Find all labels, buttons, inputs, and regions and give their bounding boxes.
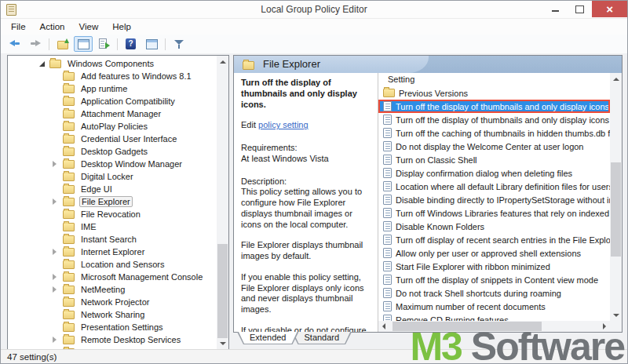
- settings-row[interactable]: Location where all default Library defin…: [378, 180, 610, 193]
- folder-icon: [63, 185, 75, 194]
- expand-arrow-icon[interactable]: [53, 337, 63, 343]
- folder-icon: [63, 122, 75, 131]
- export-list-button[interactable]: [94, 36, 113, 52]
- tree-item[interactable]: Edge UI: [8, 183, 217, 195]
- policy-setting-link[interactable]: policy setting: [258, 120, 309, 129]
- tree-item[interactable]: Microsoft Management Console: [8, 271, 217, 283]
- settings-row[interactable]: Turn off the display of snippets in Cont…: [378, 273, 610, 286]
- filter-button[interactable]: [170, 36, 188, 52]
- tree-item[interactable]: Application Compatibility: [8, 95, 217, 107]
- settings-row-label: Turn off display of recent search entrie…: [396, 235, 610, 245]
- window-title: Local Group Policy Editor: [1, 1, 627, 18]
- scroll-down-arrow[interactable]: [217, 337, 228, 349]
- settings-row[interactable]: Allow only per user or approved shell ex…: [378, 246, 610, 260]
- tree-item[interactable]: Desktop Window Manager: [8, 158, 217, 170]
- tree-item[interactable]: NetMeeting: [8, 283, 217, 296]
- setting-column-header[interactable]: Setting: [378, 73, 622, 86]
- tree-item[interactable]: App runtime: [8, 82, 217, 95]
- up-one-level-button[interactable]: [53, 36, 72, 52]
- setting-icon: [383, 221, 392, 231]
- menu-help[interactable]: Help: [105, 20, 138, 33]
- settings-row-label: Maximum number of recent documents: [396, 302, 546, 311]
- tree-item[interactable]: IME: [8, 220, 217, 233]
- tree-item-label: Instant Search: [79, 235, 138, 244]
- tree-item[interactable]: Desktop Gadgets: [8, 145, 217, 158]
- properties-button[interactable]: [142, 36, 161, 52]
- settings-row[interactable]: Turn off display of recent search entrie…: [378, 233, 610, 246]
- tree-item-label: IME: [79, 222, 98, 231]
- settings-row[interactable]: Turn off the display of thumbnails and o…: [378, 100, 610, 113]
- window-controls: [543, 1, 627, 17]
- expand-arrow-icon[interactable]: [53, 161, 63, 167]
- scroll-up-arrow[interactable]: [217, 56, 228, 67]
- tree-item[interactable]: File Revocation: [8, 208, 217, 220]
- tree-vertical-scrollbar[interactable]: [217, 56, 228, 349]
- settings-row[interactable]: Disable Known Folders: [378, 220, 610, 233]
- expand-arrow-icon[interactable]: [53, 286, 63, 293]
- back-button[interactable]: [5, 36, 24, 52]
- folder-icon: [63, 210, 75, 219]
- settings-row-label: Turn off the display of thumbnails and o…: [396, 102, 610, 111]
- tab-standard[interactable]: Standard: [291, 332, 352, 344]
- setting-icon: [383, 155, 392, 165]
- tree-item-label: Desktop Window Manager: [79, 159, 184, 169]
- tree-item[interactable]: Internet Explorer: [8, 246, 217, 258]
- tree-item[interactable]: Add features to Windows 8.1: [8, 70, 217, 82]
- scroll-up-arrow[interactable]: [610, 73, 622, 85]
- requirements-label: Requirements:: [241, 143, 374, 154]
- settings-row-label: Do not display the Welcome Center at use…: [396, 142, 583, 151]
- tree-item[interactable]: Location and Sensors: [8, 258, 217, 271]
- tab-extended[interactable]: Extended: [237, 332, 298, 344]
- folder-icon: [63, 147, 75, 156]
- setting-icon: [383, 261, 392, 271]
- tree-item-label: NetMeeting: [79, 285, 126, 294]
- list-scrollbar-thumb[interactable]: [611, 162, 621, 257]
- settings-row[interactable]: Do not display the Welcome Center at use…: [378, 140, 610, 153]
- settings-row[interactable]: Do not track Shell shortcuts during roam…: [378, 286, 610, 300]
- tree-item[interactable]: Network Sharing: [8, 308, 217, 321]
- expand-arrow-icon[interactable]: [53, 249, 63, 255]
- tree-item[interactable]: Credential User Interface: [8, 133, 217, 145]
- close-button[interactable]: [592, 1, 627, 17]
- tree-item[interactable]: Windows Components: [8, 57, 217, 70]
- requirements-value: At least Windows Vista: [241, 154, 374, 165]
- settings-row[interactable]: Previous Versions: [378, 86, 610, 100]
- tree-item-label: Windows Components: [66, 59, 155, 68]
- expand-arrow-icon[interactable]: [53, 274, 63, 280]
- settings-row[interactable]: Turn off the display of thumbnails and o…: [378, 113, 610, 126]
- minimize-button[interactable]: [543, 1, 568, 17]
- maximize-button[interactable]: [568, 1, 592, 17]
- tree-item[interactable]: AutoPlay Policies: [8, 120, 217, 133]
- triangle-up-icon: [220, 60, 226, 64]
- settings-list: Previous Versions Turn off the display o…: [378, 86, 610, 321]
- tree-item[interactable]: Instant Search: [8, 233, 217, 246]
- list-vertical-scrollbar[interactable]: [610, 73, 622, 321]
- expand-arrow-icon[interactable]: [39, 61, 49, 67]
- forward-button[interactable]: [26, 36, 45, 52]
- menu-file[interactable]: File: [4, 20, 33, 33]
- tree-item[interactable]: File Explorer: [8, 195, 217, 208]
- settings-row[interactable]: Disable binding directly to IPropertySet…: [378, 193, 610, 206]
- tree-item[interactable]: Presentation Settings: [8, 321, 217, 333]
- tree-item[interactable]: Attachment Manager: [8, 107, 217, 120]
- scroll-left-arrow[interactable]: [378, 321, 389, 332]
- settings-row[interactable]: Display confirmation dialog when deletin…: [378, 166, 610, 180]
- settings-row[interactable]: Turn on Classic Shell: [378, 153, 610, 166]
- settings-row[interactable]: Turn off the caching of thumbnails in hi…: [378, 126, 610, 140]
- settings-row[interactable]: Turn off Windows Libraries features that…: [378, 206, 610, 220]
- tree-item[interactable]: Digital Locker: [8, 170, 217, 183]
- tree-item[interactable]: Network Projector: [8, 296, 217, 308]
- triangle-down-icon: [220, 342, 226, 345]
- menu-action[interactable]: Action: [33, 20, 72, 33]
- help-button[interactable]: [122, 36, 141, 52]
- tree-item-label: Edge UI: [79, 184, 114, 194]
- menu-view[interactable]: View: [72, 20, 106, 33]
- settings-row[interactable]: Start File Explorer with ribbon minimize…: [378, 260, 610, 273]
- expand-arrow-icon[interactable]: [53, 198, 63, 205]
- settings-row[interactable]: Maximum number of recent documents: [378, 300, 610, 313]
- tree-item[interactable]: Remote Desktop Services: [8, 333, 217, 346]
- show-console-tree-button[interactable]: [74, 36, 93, 52]
- settings-row[interactable]: Remove CD Burning features: [378, 313, 610, 321]
- tree-scrollbar-thumb[interactable]: [217, 244, 228, 338]
- scroll-down-arrow[interactable]: [610, 309, 622, 321]
